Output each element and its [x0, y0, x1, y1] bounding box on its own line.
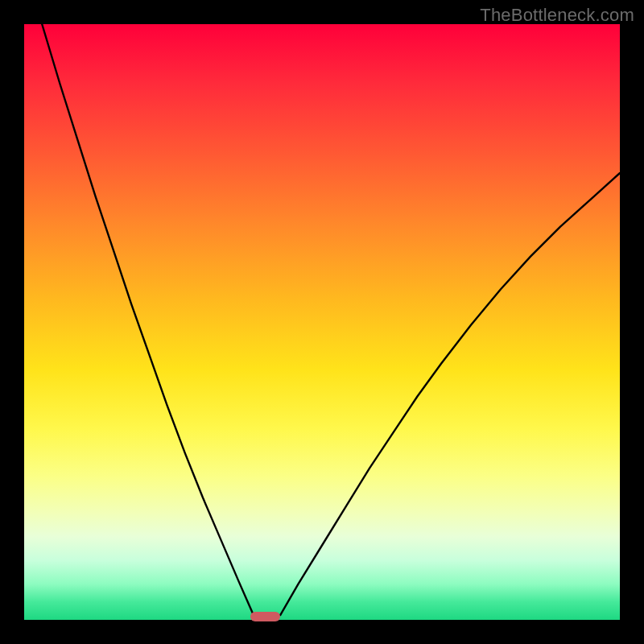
chart-curves-svg	[0, 0, 644, 644]
watermark-text: TheBottleneck.com	[480, 5, 634, 26]
bottleneck-marker	[250, 612, 280, 621]
left-curve-path	[42, 24, 254, 615]
chart-frame: TheBottleneck.com	[0, 0, 644, 644]
right-curve-path	[280, 173, 620, 615]
